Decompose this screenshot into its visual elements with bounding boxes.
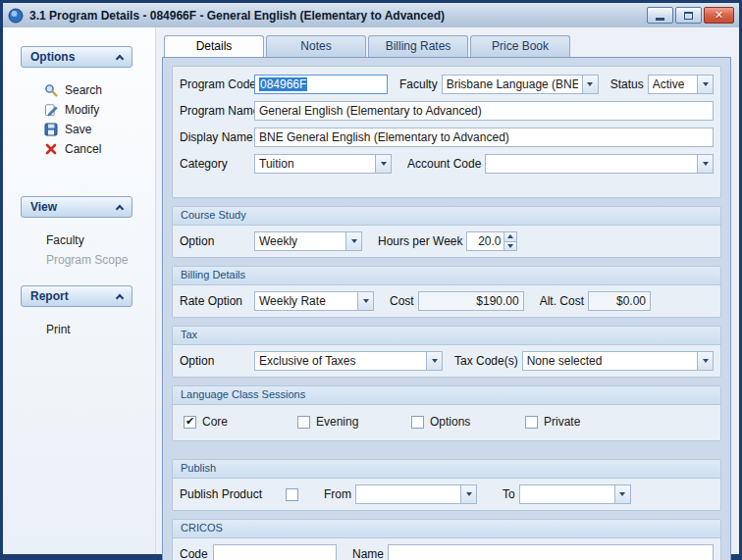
report-items: Print (3, 307, 155, 339)
dropdown-arrow-icon[interactable] (582, 76, 598, 93)
cancel-icon (44, 142, 58, 156)
sidebar-item-print[interactable]: Print (3, 320, 155, 339)
chevron-up-icon (116, 293, 124, 301)
billing-details-group: Billing Details Rate Option Weekly Rate … (172, 266, 721, 318)
evening-checkbox[interactable] (297, 416, 310, 429)
sessions-group: Language Class Sessions Core Evening (172, 385, 721, 441)
session-private: Private (525, 415, 639, 429)
session-core: Core (184, 415, 297, 429)
faculty-dropdown[interactable]: Brisbane Language (BNE) (442, 75, 599, 94)
dropdown-arrow-icon[interactable] (357, 292, 373, 310)
app-icon (8, 8, 24, 24)
sidebar-item-save[interactable]: Save (3, 120, 155, 139)
options-checkbox[interactable] (411, 416, 424, 429)
tab-price-book[interactable]: Price Book (470, 35, 570, 57)
publish-product-checkbox[interactable] (286, 488, 298, 501)
core-checkbox[interactable] (184, 416, 196, 429)
publish-from-label: From (324, 487, 351, 501)
publish-to-label: To (503, 487, 515, 501)
sessions-title: Language Class Sessions (173, 386, 720, 405)
status-value: Active (653, 77, 685, 91)
cancel-label: Cancel (65, 142, 101, 156)
session-evening: Evening (297, 415, 411, 429)
display-name-label: Display Name (180, 130, 250, 144)
alt-cost-label: Alt. Cost (540, 294, 584, 308)
options-items: Search Modify Save (3, 68, 155, 159)
close-icon: ✕ (715, 10, 723, 21)
rate-option-value: Weekly Rate (259, 294, 326, 308)
account-code-label: Account Code (407, 157, 481, 171)
maximize-button[interactable] (675, 7, 702, 24)
account-code-dropdown[interactable] (485, 154, 714, 174)
sidebar-item-modify[interactable]: Modify (3, 100, 155, 120)
dropdown-arrow-icon[interactable] (460, 485, 476, 503)
session-options: Options (411, 415, 525, 429)
dropdown-arrow-icon[interactable] (697, 155, 713, 173)
dropdown-arrow-icon[interactable] (697, 352, 713, 370)
sidebar-item-cancel[interactable]: Cancel (3, 139, 155, 159)
status-dropdown[interactable]: Active (648, 75, 714, 94)
rate-option-label: Rate Option (180, 294, 250, 308)
print-item-label: Print (46, 323, 71, 336)
program-code-label: Program Code (180, 77, 250, 91)
rate-option-dropdown[interactable]: Weekly Rate (254, 291, 374, 311)
minimize-icon (656, 18, 664, 21)
view-section-header[interactable]: View (21, 196, 132, 218)
tab-details[interactable]: Details (164, 35, 264, 57)
cricos-code-label: Code (180, 547, 209, 560)
publish-from-dropdown[interactable] (355, 484, 477, 504)
hours-per-week-stepper[interactable]: 20.0 (466, 231, 517, 251)
program-code-value: 084966F (259, 77, 307, 91)
sidebar-section-options: Options Search Modify (3, 46, 155, 159)
stepper-down-icon[interactable] (504, 241, 516, 251)
options-section-header[interactable]: Options (21, 46, 132, 68)
view-items: Faculty Program Scope (3, 218, 155, 270)
cricos-name-input[interactable] (388, 544, 714, 560)
category-dropdown[interactable]: Tuition (254, 154, 392, 174)
close-button[interactable]: ✕ (704, 7, 734, 24)
options-label: Options (430, 415, 470, 429)
display-name-input[interactable]: BNE General English (Elementary to Advan… (254, 127, 714, 147)
program-name-value: General English (Elementary to Advanced) (259, 104, 482, 118)
cricos-title: CRICOS (173, 520, 720, 538)
dropdown-arrow-icon[interactable] (426, 352, 442, 370)
report-section-header[interactable]: Report (21, 285, 132, 307)
tab-notes[interactable]: Notes (266, 35, 366, 57)
tax-codes-label: Tax Code(s) (454, 354, 518, 368)
cricos-group: CRICOS Code Name (172, 519, 721, 560)
tax-option-dropdown[interactable]: Exclusive of Taxes (254, 351, 443, 371)
tax-option-label: Option (180, 354, 250, 368)
course-option-label: Option (180, 234, 250, 248)
sidebar-item-faculty[interactable]: Faculty (3, 230, 155, 250)
tab-billing-rates[interactable]: Billing Rates (368, 35, 468, 57)
private-checkbox[interactable] (525, 416, 538, 429)
publish-to-dropdown[interactable] (519, 484, 631, 504)
cost-input[interactable]: $190.00 (418, 291, 524, 311)
window-controls: ✕ (647, 7, 734, 24)
alt-cost-input[interactable]: $0.00 (588, 291, 651, 311)
program-details-window: 3.1 Program Details - 084966F - General … (0, 0, 742, 560)
program-code-input[interactable]: 084966F (254, 75, 388, 94)
tax-codes-dropdown[interactable]: None selected (522, 351, 714, 371)
dropdown-arrow-icon[interactable] (345, 232, 361, 250)
publish-title: Publish (173, 460, 720, 479)
category-label: Category (180, 157, 250, 171)
minimize-button[interactable] (647, 7, 673, 24)
dropdown-arrow-icon[interactable] (614, 485, 630, 503)
cricos-code-input[interactable] (213, 544, 337, 560)
alt-cost-value: $0.00 (616, 294, 646, 308)
course-option-dropdown[interactable]: Weekly (254, 231, 362, 251)
publish-product-label: Publish Product (180, 487, 282, 501)
window-title: 3.1 Program Details - 084966F - General … (29, 9, 445, 23)
program-name-input[interactable]: General English (Elementary to Advanced) (254, 101, 714, 121)
chevron-up-icon (116, 204, 124, 212)
search-icon (44, 83, 58, 97)
stepper-up-icon[interactable] (504, 232, 516, 241)
save-icon (44, 123, 58, 136)
dropdown-arrow-icon[interactable] (697, 76, 713, 93)
sidebar-item-search[interactable]: Search (3, 80, 155, 100)
tab-price-book-label: Price Book (492, 39, 549, 53)
general-group: Program Code 084966F Faculty Brisbane La… (172, 66, 721, 198)
dropdown-arrow-icon[interactable] (375, 155, 391, 173)
sidebar-item-program-scope[interactable]: Program Scope (3, 250, 155, 270)
